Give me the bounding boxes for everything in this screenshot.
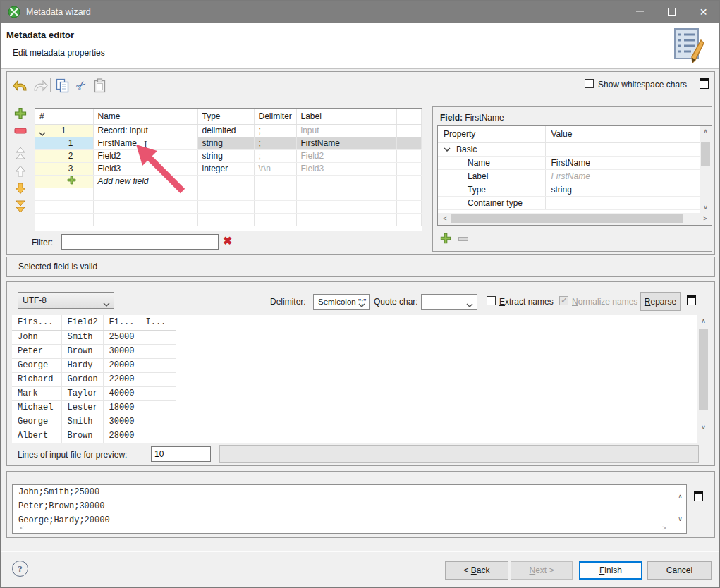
filter-label: Filter: (32, 238, 53, 247)
raw-vscrollbar[interactable]: ∧ ∨ (674, 485, 686, 533)
scroll-up-icon[interactable]: ∧ (674, 494, 686, 500)
preview-lines-input[interactable] (151, 446, 211, 462)
footer-divider (1, 551, 719, 552)
record-name[interactable]: Record: input (93, 124, 197, 137)
preview-row[interactable]: MarkTaylor40000 (12, 386, 697, 400)
preview-header-row: Firs... Field2 Fi... I... (12, 315, 697, 330)
scroll-up-icon[interactable]: ∧ (697, 318, 709, 324)
annotation-arrow (128, 142, 193, 197)
quote-char-select[interactable] (421, 294, 477, 310)
chevron-down-icon (358, 300, 365, 309)
record-delimiter[interactable]: ; (254, 124, 296, 137)
scroll-up-icon[interactable]: ∧ (700, 128, 712, 135)
property-row[interactable]: Name FirstName (438, 156, 700, 169)
raw-line: George;Hardy;20000 (13, 513, 686, 527)
close-button[interactable]: ✕ (688, 1, 719, 23)
wizard-header: Metadata editor Edit metadata properties (1, 23, 719, 69)
minimize-button[interactable] (624, 1, 656, 23)
col-num[interactable]: # (35, 109, 93, 124)
preview-row[interactable]: JohnSmith25000 (12, 330, 697, 344)
copy-button[interactable] (54, 77, 71, 94)
property-table-vscrollbar[interactable]: ∧ ∨ (700, 126, 712, 213)
field-row-selected[interactable]: 1 FirstName string ; FirstName (35, 137, 422, 149)
scrollbar-thumb[interactable] (699, 329, 708, 410)
scroll-left-icon[interactable]: < (440, 216, 450, 222)
disabled-field (219, 445, 699, 463)
scroll-right-icon[interactable]: > (700, 216, 710, 222)
help-button[interactable]: ? (12, 561, 28, 577)
col-delimiter[interactable]: Delimiter (254, 109, 296, 124)
charset-select[interactable]: UTF-8 (18, 292, 114, 309)
preview-vscrollbar[interactable]: ∧ ∨ (697, 315, 709, 443)
field-row[interactable]: 2 Field2 string ; Field2 (35, 149, 422, 162)
collapse-chevron-icon[interactable] (39, 128, 46, 137)
back-button[interactable]: < Back (445, 561, 508, 580)
app-clover-icon (8, 6, 20, 18)
col-label[interactable]: Label (296, 109, 396, 124)
remove-field-button[interactable] (13, 123, 28, 137)
undo-button[interactable] (12, 77, 29, 94)
move-to-top-button[interactable] (13, 146, 28, 160)
cancel-button[interactable]: Cancel (647, 561, 712, 580)
chevron-down-icon (103, 299, 110, 309)
move-up-button[interactable] (13, 164, 28, 178)
add-property-button[interactable] (440, 233, 451, 246)
raw-line: Peter;Brown;30000 (13, 499, 686, 513)
paste-button[interactable] (91, 77, 108, 94)
paste-icon (93, 78, 106, 93)
remove-property-button[interactable] (458, 237, 468, 241)
copy-icon (56, 78, 70, 93)
close-icon: ✕ (700, 7, 708, 17)
reparse-button[interactable]: Reparse (640, 292, 681, 311)
clear-filter-button[interactable]: ✖ (223, 234, 232, 247)
scroll-down-icon[interactable]: ∨ (700, 204, 712, 211)
col-property[interactable]: Property (438, 126, 545, 142)
show-whitespace-label: Show whitespace chars (598, 80, 687, 90)
property-row[interactable]: Container type (438, 196, 700, 209)
field-row[interactable]: 3 Field3 integer \r\n Field3 (35, 162, 422, 175)
redo-button[interactable] (32, 77, 49, 94)
show-whitespace-checkbox[interactable] (585, 79, 594, 90)
record-type[interactable]: delimited (197, 124, 254, 137)
status-message: Selected field is valid (18, 262, 97, 271)
scrollbar-thumb[interactable] (701, 142, 710, 166)
record-row[interactable]: 1 Record: input delimited ; input (35, 124, 422, 137)
scroll-right-icon[interactable]: > (659, 525, 669, 532)
preview-row[interactable]: RichardGordon22000 (12, 372, 697, 386)
preview-row[interactable]: PeterBrown30000 (12, 344, 697, 358)
col-value[interactable]: Value (545, 126, 700, 142)
maximize-panel-icon[interactable] (700, 78, 709, 89)
move-to-bottom-button[interactable] (13, 200, 28, 214)
maximize-panel-icon[interactable] (694, 491, 703, 501)
scrollbar-thumb[interactable] (451, 214, 683, 223)
extract-names-checkbox[interactable] (487, 296, 496, 307)
scroll-left-icon[interactable]: < (17, 525, 27, 532)
property-row[interactable]: Type string (438, 183, 700, 196)
empty-row (35, 200, 422, 213)
move-down-button[interactable] (13, 181, 28, 195)
toolbar-separator (50, 78, 51, 92)
raw-preview-textarea[interactable]: John;Smith;25000 Peter;Brown;30000 Georg… (12, 484, 687, 534)
maximize-button[interactable] (656, 1, 688, 23)
preview-row[interactable]: MichaelLester18000 (12, 400, 697, 415)
property-group-row[interactable]: Basic (438, 142, 700, 156)
col-name[interactable]: Name (93, 109, 197, 124)
maximize-icon (668, 8, 676, 16)
add-new-field-row[interactable]: Add new field (35, 175, 422, 188)
maximize-panel-icon[interactable] (687, 295, 696, 305)
preview-row-clipped[interactable]: AlbertBrown28000 (12, 429, 697, 443)
property-row[interactable]: Label FirstName (438, 169, 700, 183)
finish-button[interactable]: Finish (579, 561, 642, 580)
scroll-down-icon[interactable]: ∨ (697, 424, 709, 431)
preview-row[interactable]: GeorgeSmith30000 (12, 415, 697, 429)
question-mark-icon: ? (18, 563, 23, 575)
col-type[interactable]: Type (197, 109, 254, 124)
delimiter-select[interactable]: Semicolon ";" (313, 294, 370, 310)
data-preview-table: Firs... Field2 Fi... I... JohnSmith25000… (12, 315, 709, 443)
preview-row[interactable]: GeorgeHardy20000 (12, 358, 697, 372)
filter-input[interactable] (61, 234, 219, 250)
add-field-button[interactable] (13, 106, 28, 121)
property-table-hscrollbar[interactable]: < > (438, 213, 712, 225)
scroll-down-icon[interactable]: ∨ (674, 516, 686, 522)
record-label[interactable]: input (296, 124, 396, 137)
